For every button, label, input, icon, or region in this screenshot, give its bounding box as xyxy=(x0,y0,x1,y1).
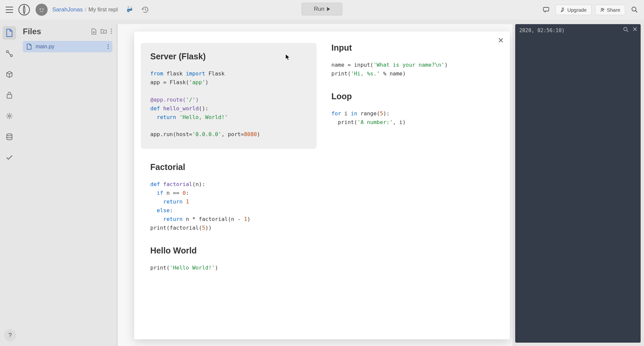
example-factorial[interactable]: Factorial def factorial(n): if n == 0: r… xyxy=(150,162,313,232)
example-loop-code: for i in range(5): print('A number:', i) xyxy=(331,109,494,127)
example-factorial-title: Factorial xyxy=(150,162,313,172)
example-input-code: name = input('What is your name?\n') pri… xyxy=(331,61,494,78)
example-hello[interactable]: Hello World print('Hello World!') xyxy=(150,246,313,272)
example-input-title: Input xyxy=(331,43,494,53)
example-input[interactable]: Input name = input('What is your name?\n… xyxy=(331,43,494,78)
example-factorial-code: def factorial(n): if n == 0: return 1 el… xyxy=(150,180,313,232)
example-loop[interactable]: Loop for i in range(5): print('A number:… xyxy=(331,92,494,127)
example-hello-code: print('Hello World!') xyxy=(150,264,313,272)
modal-close-icon[interactable]: ✕ xyxy=(498,36,504,45)
example-server[interactable]: Server (Flask) from flask import Flask a… xyxy=(141,43,317,149)
example-loop-title: Loop xyxy=(331,92,494,101)
example-hello-title: Hello World xyxy=(150,246,313,255)
example-server-code: from flask import Flask app = Flask('app… xyxy=(150,69,307,139)
examples-modal: ✕ Server (Flask) from flask import Flask… xyxy=(134,32,510,339)
example-server-title: Server (Flask) xyxy=(150,52,307,61)
